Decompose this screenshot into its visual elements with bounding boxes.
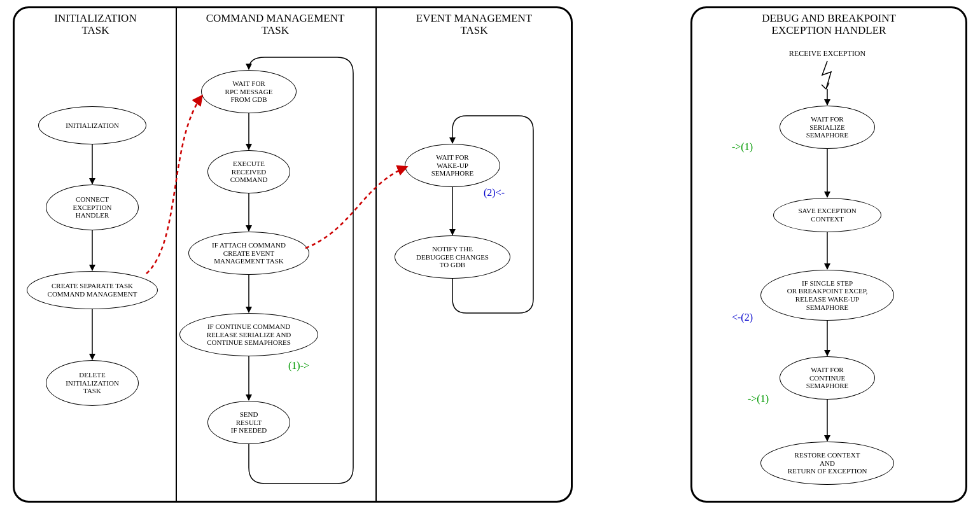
- marker-2-out: <-(2): [732, 312, 753, 323]
- node-cmd4: IF CONTINUE COMMAND RELEASE SERIALIZE AN…: [179, 313, 318, 356]
- node-dbg2: SAVE EXCEPTION CONTEXT: [773, 198, 881, 232]
- node-dbg4: WAIT FOR CONTINUE SEMAPHORE: [780, 356, 875, 400]
- marker-1-in-a: ->(1): [732, 141, 753, 153]
- node-dbg5: RESTORE CONTEXT AND RETURN OF EXCEPTION: [760, 442, 894, 485]
- col-title-evt: EVENT MANAGEMENT TASK: [379, 13, 570, 36]
- receive-exception-label: RECEIVE EXCEPTION: [764, 50, 891, 58]
- node-evt2: NOTIFY THE DEBUGGEE CHANGES TO GDB: [395, 235, 510, 279]
- node-init3: CREATE SEPARATE TASK COMMAND MANAGEMENT: [27, 271, 158, 309]
- marker-2-in: (2)<-: [484, 187, 505, 199]
- node-cmd5: SEND RESULT IF NEEDED: [207, 401, 290, 444]
- node-cmd3: IF ATTACH COMMAND CREATE EVENT MANAGEMEN…: [188, 232, 309, 275]
- marker-1-in-b: ->(1): [748, 393, 769, 405]
- col-title-init: INITIALIZATION TASK: [19, 13, 172, 36]
- node-dbg3: IF SINGLE STEP OR BREAKPOINT EXCEP, RELE…: [760, 270, 894, 321]
- node-init4: DELETE INITIALIZATION TASK: [46, 360, 139, 406]
- marker-1-out: (1)->: [288, 360, 309, 372]
- node-init1: INITIALIZATION: [38, 106, 146, 144]
- col-title-cmd: COMMAND MANAGEMENT TASK: [178, 13, 372, 36]
- node-cmd1: WAIT FOR RPC MESSAGE FROM GDB: [201, 70, 297, 113]
- node-cmd2: EXECUTE RECEIVED COMMAND: [207, 150, 290, 193]
- node-init2: CONNECT EXCEPTION HANDLER: [46, 185, 139, 230]
- node-evt1: WAIT FOR WAKE-UP SEMAPHORE: [405, 144, 500, 187]
- col-divider-1: [176, 8, 177, 501]
- right-title: DEBUG AND BREAKPOINT EXCEPTION HANDLER: [697, 13, 961, 36]
- right-panel: [690, 6, 967, 503]
- node-dbg1: WAIT FOR SERIALIZE SEMAPHORE: [780, 106, 875, 149]
- col-divider-2: [375, 8, 377, 501]
